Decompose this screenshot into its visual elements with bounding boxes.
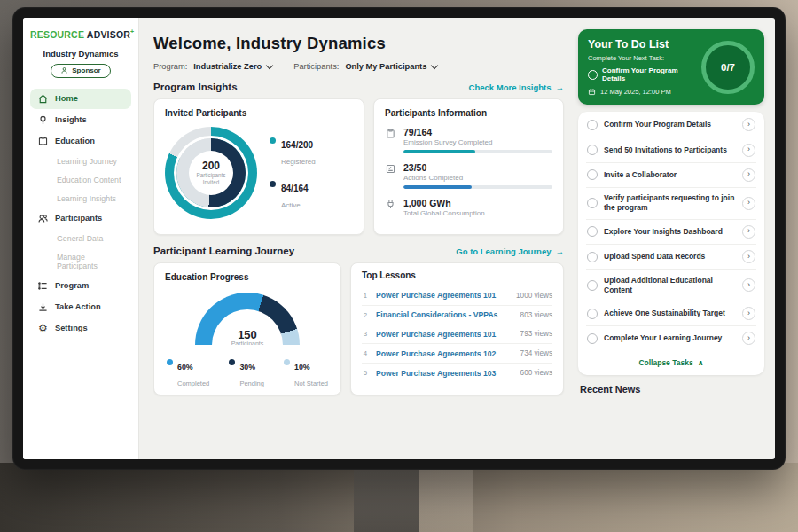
task-item[interactable]: Upload Additional Educational Content ›	[586, 270, 756, 301]
list-icon	[37, 280, 49, 292]
learning-journey-heading: Participant Learning Journey	[153, 246, 294, 256]
checkbox-circle-icon[interactable]	[587, 169, 598, 180]
legend-value: 30%	[239, 363, 255, 372]
todo-progress-ring: 0/7	[701, 41, 755, 94]
dashboard-screen: RESOURCE ADVISOR+ Industry Dynamics Spon…	[23, 18, 775, 459]
sidebar-item-label: Program	[55, 281, 89, 290]
sidebar-item-label: Home	[55, 94, 78, 103]
lesson-link[interactable]: Power Purchase Agreements 102	[376, 349, 513, 358]
sponsor-badge[interactable]: Sponsor	[51, 64, 111, 78]
lightbulb-icon	[37, 114, 49, 126]
task-item[interactable]: Complete Your Learning Journey ›	[586, 326, 756, 350]
chevron-right-icon[interactable]: ›	[742, 144, 755, 157]
lesson-views: 1000 views	[516, 292, 552, 300]
legend-item: 10% Not Started	[284, 357, 328, 389]
task-label: Complete Your Learning Journey	[604, 333, 736, 343]
task-label: Confirm Your Program Details	[604, 120, 736, 129]
task-label: Send 50 Invitations to Participants	[604, 145, 736, 155]
gauge-center-value: 150	[195, 329, 300, 340]
lesson-rank: 4	[362, 349, 369, 357]
sidebar-item-general-data[interactable]: General Data	[30, 230, 131, 247]
chevron-right-icon[interactable]: ›	[742, 307, 755, 320]
org-name: Industry Dynamics	[30, 49, 131, 59]
participants-select[interactable]: Only My Participants	[345, 62, 437, 71]
lesson-link[interactable]: Financial Considerations - VPPAs	[376, 310, 513, 319]
lesson-views: 734 views	[520, 349, 552, 357]
todo-subtitle: Complete Your Next Task:	[588, 54, 701, 62]
participants-filter-label: Participants:	[293, 62, 339, 71]
task-item[interactable]: Invite a Collaborator ›	[586, 163, 756, 188]
sidebar-item-label: Participants	[55, 214, 102, 223]
checkbox-circle-icon[interactable]	[587, 309, 598, 319]
checkbox-circle-icon[interactable]	[587, 280, 598, 291]
sidebar-item-take-action[interactable]: Take Action	[30, 297, 131, 317]
go-to-learning-journey-link[interactable]: Go to Learning Journey →	[456, 246, 564, 256]
info-row: 79/164 Emission Survey Completed	[385, 127, 552, 153]
checkbox-circle-icon[interactable]	[587, 333, 598, 344]
task-item[interactable]: Send 50 Invitations to Participants ›	[586, 137, 756, 162]
task-item[interactable]: Verify participants requesting to join t…	[586, 188, 756, 219]
checkbox-circle-icon[interactable]	[587, 120, 598, 130]
lesson-link[interactable]: Power Purchase Agreements 101	[376, 291, 509, 300]
legend-dot	[270, 181, 276, 187]
sidebar-item-learning-journey[interactable]: Learning Journey	[30, 153, 131, 170]
legend-value: 10%	[294, 363, 310, 372]
legend-value: 84/164	[281, 184, 309, 193]
task-label: Achieve One Sustainability Target	[604, 309, 736, 318]
checkbox-circle-icon[interactable]	[587, 145, 598, 155]
sidebar-item-insights[interactable]: Insights	[30, 110, 131, 130]
lesson-link[interactable]: Power Purchase Agreements 101	[376, 330, 513, 339]
checkbox-circle-icon[interactable]	[587, 226, 598, 237]
next-task-row[interactable]: Confirm Your Program Details	[588, 66, 701, 82]
task-label: Upload Spend Data Records	[604, 252, 736, 262]
chevron-right-icon[interactable]: ›	[742, 225, 755, 239]
chevron-right-icon[interactable]: ›	[742, 118, 755, 131]
due-date-label: 12 May 2025, 12:00 PM	[600, 88, 671, 96]
legend-label: Not Started	[294, 379, 328, 387]
sidebar-item-label: General Data	[57, 234, 103, 243]
lesson-link[interactable]: Power Purchase Agreements 103	[376, 369, 513, 378]
chevron-right-icon[interactable]: ›	[742, 278, 755, 292]
monitor-bezel: RESOURCE ADVISOR+ Industry Dynamics Spon…	[12, 7, 786, 470]
sidebar-item-settings[interactable]: ⚙ Settings	[30, 318, 131, 338]
sidebar-item-label: Education	[55, 137, 95, 145]
check-more-insights-link[interactable]: Check More Insights →	[469, 82, 564, 92]
task-item[interactable]: Confirm Your Program Details ›	[586, 113, 756, 137]
lesson-row: 5 Power Purchase Agreements 103 600 view…	[362, 364, 552, 382]
lesson-views: 803 views	[520, 311, 552, 319]
sidebar-item-learning-insights[interactable]: Learning Insights	[30, 190, 131, 207]
chevron-right-icon[interactable]: ›	[742, 250, 755, 263]
collapse-tasks-link[interactable]: Collapse Tasks ∧	[586, 351, 756, 374]
sidebar-item-label: Manage Participants	[57, 253, 124, 270]
sidebar-item-manage-participants[interactable]: Manage Participants	[30, 248, 131, 275]
sidebar-item-education[interactable]: Education	[30, 131, 131, 152]
task-item[interactable]: Explore Your Insights Dashboard ›	[586, 220, 756, 245]
todo-title: Your To Do List	[588, 38, 701, 51]
checkbox-circle-icon[interactable]	[587, 252, 598, 262]
chevron-right-icon[interactable]: ›	[742, 197, 755, 210]
sidebar-item-label: Insights	[55, 115, 87, 124]
info-label: Emission Survey Completed	[403, 138, 552, 146]
calendar-icon	[588, 88, 596, 96]
info-value: 23/50	[403, 162, 552, 173]
top-lessons-card: Top Lessons 1 Power Purchase Agreements …	[350, 262, 564, 395]
legend-label: Pending	[239, 379, 264, 387]
task-item[interactable]: Achieve One Sustainability Target ›	[586, 301, 756, 326]
filter-bar: Program: Industrialize Zero Participants…	[153, 62, 564, 71]
program-select[interactable]: Industrialize Zero	[193, 62, 272, 71]
monitor-stand	[354, 468, 419, 532]
chevron-right-icon[interactable]: ›	[742, 168, 755, 182]
chevron-right-icon[interactable]: ›	[742, 332, 755, 345]
legend-value: 60%	[177, 363, 193, 372]
next-task-label: Confirm Your Program Details	[602, 66, 701, 82]
due-date-row: 12 May 2025, 12:00 PM	[588, 88, 701, 96]
sidebar-item-education-content[interactable]: Education Content	[30, 171, 131, 189]
task-item[interactable]: Upload Spend Data Records ›	[586, 245, 756, 270]
collapse-label: Collapse Tasks	[638, 358, 692, 367]
sidebar-item-program[interactable]: Program	[30, 276, 131, 296]
checkbox-circle-icon[interactable]	[587, 198, 598, 208]
legend-label: Registered	[281, 158, 316, 166]
sidebar-item-home[interactable]: Home	[30, 89, 131, 109]
checkbox-circle-icon[interactable]	[588, 70, 598, 80]
sidebar-item-participants[interactable]: Participants	[30, 208, 131, 229]
